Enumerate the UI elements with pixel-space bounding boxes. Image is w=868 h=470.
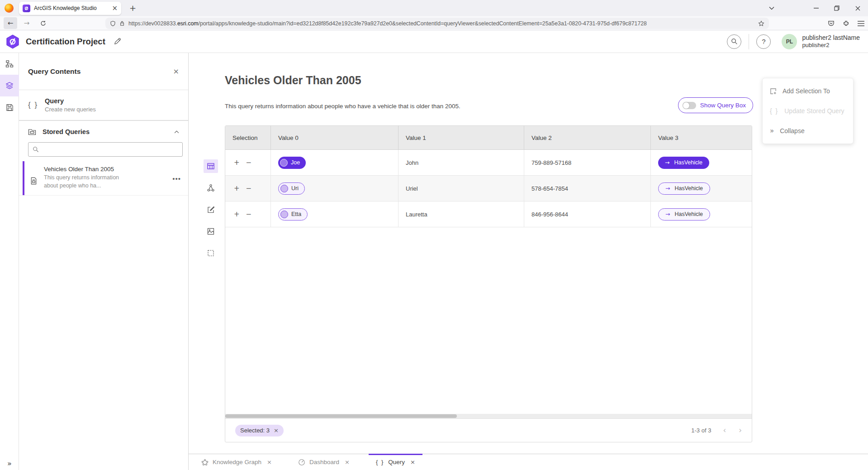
add-to-selection-icon[interactable]: + — [234, 159, 240, 166]
tab-query[interactable]: { } Query × — [369, 454, 422, 470]
entity-pill[interactable]: Joe — [278, 157, 306, 169]
tab-close-icon[interactable]: × — [267, 459, 272, 465]
window-restore-icon[interactable] — [826, 0, 847, 16]
remove-from-selection-icon[interactable]: − — [246, 185, 252, 192]
panel-close-icon[interactable]: × — [173, 68, 179, 85]
relationship-pill[interactable]: →HasVehicle — [658, 157, 709, 169]
new-query-item[interactable]: { } Query Create new queries — [19, 90, 188, 121]
menu-item-collapse[interactable]: » Collapse — [763, 121, 853, 141]
chevron-up-icon[interactable] — [174, 130, 179, 134]
arcgis-favicon-icon — [23, 5, 30, 12]
new-query-subtitle: Create new queries — [45, 106, 96, 113]
more-options-icon[interactable]: ••• — [172, 175, 181, 182]
cell-value: Uriel — [398, 176, 524, 201]
entity-pill[interactable]: Uri — [278, 182, 305, 195]
next-page-icon[interactable]: › — [739, 427, 742, 434]
query-title: Vehicles Older Than 2005 — [225, 74, 361, 87]
table-header-row: Selection Value 0 Value 1 Value 2 Value … — [225, 126, 752, 150]
user-info[interactable]: publisher2 lastName publisher2 — [802, 34, 860, 49]
tab-close-icon[interactable]: × — [410, 459, 415, 465]
select-frame-icon[interactable] — [204, 246, 218, 260]
rail-save-icon[interactable] — [0, 96, 19, 118]
scrollbar-thumb[interactable] — [225, 414, 457, 418]
toggle-switch[interactable] — [683, 102, 696, 109]
double-chevron-right-icon: » — [770, 128, 774, 134]
link-chart-icon[interactable] — [204, 181, 218, 195]
rail-data-model-icon[interactable] — [0, 53, 19, 75]
lock-icon[interactable] — [119, 20, 125, 26]
browser-tab[interactable]: ArcGIS Knowledge Studio × — [19, 2, 121, 15]
stored-queries-search[interactable] — [28, 142, 183, 157]
remove-from-selection-icon[interactable]: − — [246, 211, 252, 218]
table-row: + − Etta Lauretta 846-956-8644 →HasVehic… — [225, 201, 752, 227]
url-bar[interactable]: https://dev0028833.esri.com/portal/apps/… — [105, 18, 769, 29]
bookmark-star-icon[interactable] — [758, 20, 764, 27]
stored-query-description: This query returns information about peo… — [44, 174, 125, 190]
search-icon[interactable] — [727, 34, 741, 49]
arcgis-knowledge-logo — [6, 34, 19, 49]
arrow-right-icon: → — [665, 160, 669, 166]
add-to-selection-icon[interactable]: + — [234, 211, 240, 218]
selected-count-label: Selected: 3 — [240, 427, 270, 434]
knowledge-graph-icon — [201, 459, 209, 466]
stored-queries-search-input[interactable] — [43, 146, 178, 153]
bottom-tab-bar: Knowledge Graph × Dashboard × { } Query … — [189, 454, 868, 470]
cell-value: 846-956-8644 — [524, 201, 651, 227]
previous-page-icon[interactable]: ‹ — [723, 427, 726, 434]
tab-close-icon[interactable]: × — [112, 5, 118, 12]
expand-panel-icon[interactable]: » — [0, 460, 19, 467]
table-row: + − Uri Uriel 578-654-7854 →HasVehicle — [225, 176, 752, 201]
tab-knowledge-graph[interactable]: Knowledge Graph × — [194, 454, 279, 470]
extensions-puzzle-icon[interactable] — [843, 20, 849, 27]
pagination-range: 1-3 of 3 — [691, 427, 711, 434]
forward-icon[interactable]: → — [20, 17, 33, 29]
tab-list-chevron-icon[interactable] — [761, 0, 782, 16]
url-text[interactable]: https://dev0028833.esri.com/portal/apps/… — [128, 20, 754, 27]
entity-pill[interactable]: Etta — [278, 208, 308, 221]
avatar[interactable]: PL — [782, 34, 797, 49]
tracking-shield-icon[interactable] — [110, 20, 116, 27]
firefox-icon[interactable] — [5, 4, 14, 13]
menu-item-add-selection-to[interactable]: Add Selection To — [763, 81, 853, 101]
back-icon[interactable]: ← — [4, 17, 17, 29]
query-contents-panel: Query Contents × { } Query Create new qu… — [19, 53, 189, 470]
reload-icon[interactable] — [36, 17, 50, 29]
toggle-label: Show Query Box — [700, 102, 746, 109]
browser-tab-title: ArcGIS Knowledge Studio — [34, 5, 112, 11]
selection-context-menu: Add Selection To { } Update Stored Query… — [762, 78, 854, 144]
table-view-icon[interactable] — [204, 159, 218, 173]
tab-close-icon[interactable]: × — [345, 459, 350, 465]
stored-queries-title: Stored Queries — [43, 128, 174, 135]
new-tab-icon[interactable]: + — [129, 4, 136, 12]
entity-dot-icon — [280, 159, 288, 167]
image-view-icon[interactable] — [204, 225, 218, 238]
window-close-icon[interactable] — [847, 0, 868, 16]
horizontal-scrollbar[interactable] — [225, 414, 752, 418]
add-to-selection-icon[interactable]: + — [234, 185, 240, 192]
relationship-pill[interactable]: →HasVehicle — [658, 182, 710, 195]
table-row: + − Joe John 759-889-57168 →HasVehicle — [225, 150, 752, 176]
cell-value: John — [398, 150, 524, 175]
menu-item-update-stored-query[interactable]: { } Update Stored Query — [763, 101, 853, 121]
remove-from-selection-icon[interactable]: − — [246, 159, 252, 166]
stored-query-item[interactable]: Vehicles Older Than 2005 This query retu… — [19, 161, 188, 196]
relationship-pill[interactable]: →HasVehicle — [658, 208, 710, 221]
selected-count-chip[interactable]: Selected: 3 × — [235, 425, 284, 436]
show-query-box-toggle[interactable]: Show Query Box — [678, 97, 753, 113]
pocket-icon[interactable] — [828, 20, 835, 27]
clear-selection-icon[interactable]: × — [274, 427, 279, 433]
query-viewer: Vehicles Older Than 2005 This query retu… — [189, 53, 868, 454]
dashboard-gauge-icon — [298, 459, 305, 466]
edit-view-icon[interactable] — [204, 203, 218, 216]
selected-indicator-bar — [23, 161, 24, 195]
menu-hamburger-icon[interactable] — [858, 21, 864, 26]
stored-queries-header[interactable]: Stored Queries — [19, 121, 188, 140]
window-minimize-icon[interactable] — [806, 0, 826, 16]
tab-dashboard[interactable]: Dashboard × — [291, 454, 357, 470]
left-icon-rail: » — [0, 53, 19, 470]
cell-value: Lauretta — [398, 201, 524, 227]
help-icon[interactable]: ? — [756, 34, 771, 49]
entity-dot-icon — [280, 211, 288, 218]
rail-contents-layers-icon[interactable] — [0, 75, 19, 96]
edit-pencil-icon[interactable] — [114, 38, 121, 45]
